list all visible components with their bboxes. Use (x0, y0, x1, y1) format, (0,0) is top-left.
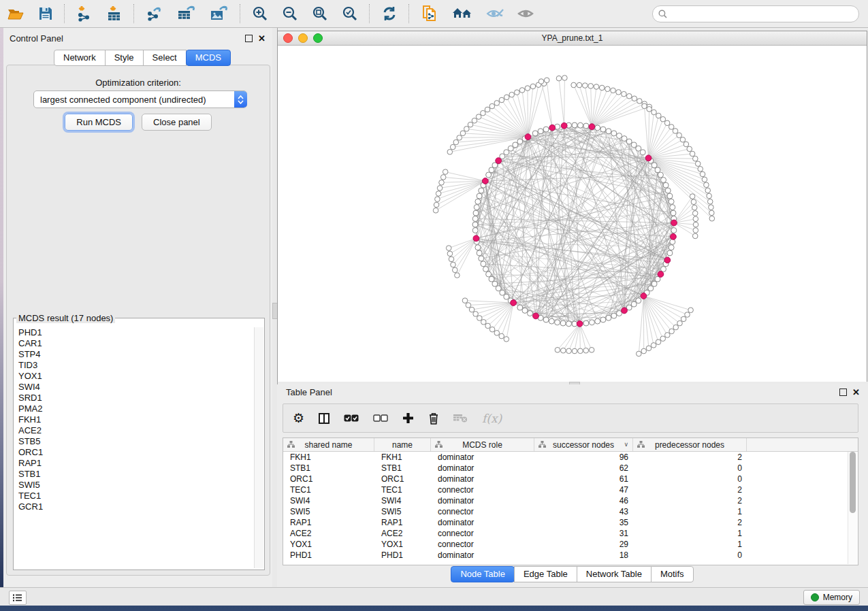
network-node[interactable] (468, 122, 473, 127)
network-hub-node[interactable] (664, 257, 671, 263)
mcds-result-item[interactable]: SWI5 (14, 480, 255, 491)
network-node[interactable] (637, 351, 642, 357)
add-row-button[interactable] (402, 412, 414, 424)
mcds-result-item[interactable]: TID3 (14, 360, 255, 371)
network-node[interactable] (481, 320, 487, 325)
network-node[interactable] (472, 118, 477, 124)
network-node[interactable] (443, 169, 448, 175)
function-builder-button[interactable]: f(x) (482, 412, 502, 425)
column-header-predecessor-nodes[interactable]: predecessor nodes (633, 438, 747, 451)
network-node[interactable] (692, 205, 697, 210)
network-hub-node[interactable] (641, 293, 647, 299)
network-node[interactable] (655, 167, 660, 173)
network-node[interactable] (566, 321, 572, 327)
network-hub-node[interactable] (589, 124, 595, 130)
network-node[interactable] (486, 271, 492, 277)
network-node[interactable] (566, 348, 572, 354)
network-node[interactable] (453, 139, 459, 145)
network-node[interactable] (472, 222, 478, 227)
network-node[interactable] (704, 182, 709, 188)
network-node[interactable] (693, 216, 698, 222)
network-node[interactable] (658, 172, 663, 178)
network-node[interactable] (707, 193, 712, 199)
mcds-result-item[interactable]: ACE2 (14, 425, 255, 436)
network-node[interactable] (693, 222, 698, 227)
mcds-result-item[interactable]: ORC1 (14, 447, 255, 458)
network-node[interactable] (499, 333, 504, 339)
first-neighbors-button[interactable] (445, 3, 479, 24)
close-panel-icon[interactable]: ✕ (258, 35, 266, 42)
network-node[interactable] (577, 82, 582, 88)
network-node[interactable] (439, 180, 445, 186)
network-node[interactable] (476, 114, 481, 120)
zoom-selected-button[interactable] (335, 3, 365, 24)
table-row[interactable]: PHD1PHD1dominator180 (283, 550, 858, 561)
network-node[interactable] (669, 329, 675, 334)
network-node[interactable] (494, 101, 500, 106)
network-node[interactable] (636, 298, 641, 303)
network-node[interactable] (483, 267, 489, 272)
mcds-result-item[interactable]: PHD1 (14, 327, 255, 338)
network-node[interactable] (489, 167, 494, 173)
float-panel-icon[interactable] (245, 35, 253, 42)
network-node[interactable] (479, 256, 484, 261)
network-node[interactable] (631, 301, 637, 307)
table-row[interactable]: RAP1RAP1dominator352 (283, 517, 858, 528)
network-node[interactable] (450, 144, 455, 150)
column-layout-button[interactable] (319, 413, 329, 424)
close-panel-icon[interactable]: ✕ (852, 389, 860, 395)
mcds-result-item[interactable]: CAR1 (14, 338, 255, 349)
network-node[interactable] (669, 199, 674, 204)
mcds-result-scrollbar[interactable] (254, 327, 263, 568)
network-node[interactable] (632, 96, 637, 101)
network-node[interactable] (455, 273, 460, 278)
network-node[interactable] (652, 281, 657, 286)
network-node[interactable] (642, 103, 647, 109)
network-node[interactable] (464, 127, 470, 132)
network-node[interactable] (641, 348, 647, 354)
network-hub-node[interactable] (622, 308, 628, 314)
network-node[interactable] (661, 178, 666, 183)
network-node[interactable] (561, 348, 566, 353)
zoom-in-button[interactable] (245, 3, 275, 24)
mcds-result-item[interactable]: RAP1 (14, 458, 255, 469)
network-node[interactable] (543, 127, 549, 132)
delete-row-button[interactable] (428, 412, 439, 425)
network-hub-node[interactable] (577, 320, 583, 327)
network-node[interactable] (472, 228, 478, 233)
network-node[interactable] (656, 113, 662, 118)
network-node[interactable] (690, 151, 695, 156)
network-node[interactable] (509, 92, 515, 97)
network-node[interactable] (611, 131, 617, 136)
network-node[interactable] (457, 135, 462, 141)
network-node[interactable] (466, 303, 471, 308)
network-node[interactable] (611, 88, 616, 93)
mcds-result-item[interactable]: SRD1 (14, 393, 255, 403)
network-hub-node[interactable] (658, 271, 664, 278)
network-node[interactable] (504, 150, 509, 155)
network-node[interactable] (606, 129, 611, 134)
network-node[interactable] (652, 110, 657, 115)
select-all-button[interactable] (344, 414, 359, 422)
network-node[interactable] (702, 177, 707, 182)
network-node[interactable] (695, 161, 701, 167)
mcds-result-item[interactable]: STB5 (14, 436, 255, 447)
network-node[interactable] (571, 82, 577, 88)
network-node[interactable] (479, 188, 484, 193)
network-node[interactable] (572, 122, 577, 128)
network-node[interactable] (433, 208, 438, 214)
refresh-layout-button[interactable] (374, 3, 404, 24)
mcds-result-item[interactable]: YOX1 (14, 371, 255, 382)
export-table-button[interactable] (170, 3, 203, 24)
table-row[interactable]: SWI4SWI4dominator462 (283, 495, 858, 506)
network-node[interactable] (707, 199, 713, 205)
network-node[interactable] (690, 194, 695, 199)
network-node[interactable] (693, 156, 698, 161)
network-node[interactable] (486, 172, 492, 178)
network-node[interactable] (709, 205, 714, 210)
network-node[interactable] (522, 308, 528, 313)
network-node[interactable] (692, 233, 698, 239)
network-node[interactable] (543, 317, 549, 323)
network-node[interactable] (667, 193, 673, 199)
network-hub-node[interactable] (511, 300, 517, 306)
